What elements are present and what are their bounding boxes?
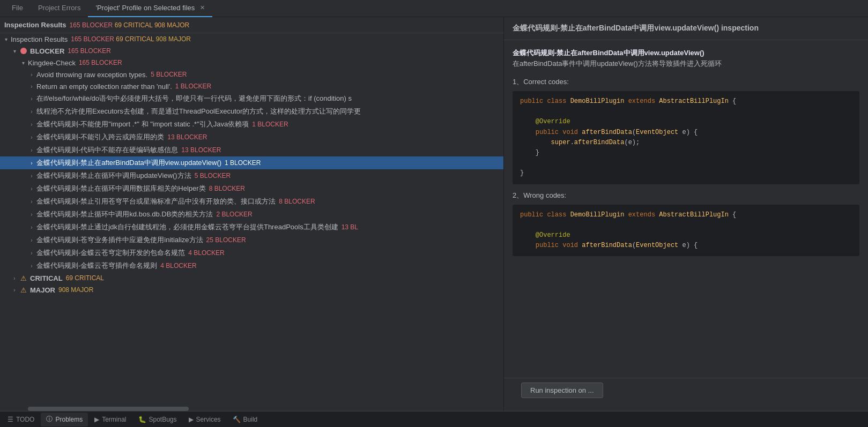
section2-title: 2、Wrong codes: bbox=[513, 191, 859, 200]
item14-count: 25 BLOCKER bbox=[206, 236, 246, 244]
tree-kingdee-check[interactable]: Kingdee-Check 165 BLOCKER bbox=[0, 57, 503, 69]
root-count: 165 BLOCKER 69 CRITICAL 908 MAJOR bbox=[71, 35, 191, 43]
major-icon: ⚠ bbox=[19, 286, 28, 294]
list-item[interactable]: 金蝶代码规则-金蝶云苍穹定制开发的包命名规范 4 BLOCKER bbox=[0, 246, 503, 259]
list-item[interactable]: 金蝶代码规则-禁止引用苍穹平台或星瀚标准产品中没有开放的类、接口或方法 8 BL… bbox=[0, 195, 503, 208]
list-item[interactable]: 金蝶代码规则-苍穹业务插件中应避免使用initialize方法 25 BLOCK… bbox=[0, 234, 503, 246]
arrow-item10 bbox=[28, 185, 35, 192]
list-item[interactable]: 金蝶代码规则-不能引入跨云或跨应用的类 13 BLOCKER bbox=[0, 131, 503, 144]
list-item[interactable]: Avoid throwing raw exception types. 5 BL… bbox=[0, 69, 503, 80]
tree-root[interactable]: Inspection Results 165 BLOCKER 69 CRITIC… bbox=[0, 33, 503, 45]
bottom-tab-problems[interactable]: ⓘ Problems bbox=[41, 413, 88, 426]
major-label: MAJOR bbox=[30, 286, 55, 294]
item11-count: 8 BLOCKER bbox=[279, 198, 315, 205]
description-header: 金蝶代码规则-禁止在afterBindData中调用view.updateVie… bbox=[504, 17, 868, 40]
item1-count: 5 BLOCKER bbox=[151, 71, 187, 78]
item3-label: 在if/else/for/while/do语句中必须使用大括号，即使只有一行代码… bbox=[36, 94, 352, 103]
problems-icon: ⓘ bbox=[46, 415, 53, 424]
spotbugs-label: SpotBugs bbox=[149, 416, 177, 423]
list-item[interactable]: 金蝶代码规则-金蝶云苍穹插件命名规则 4 BLOCKER bbox=[0, 259, 503, 272]
arrow-item11 bbox=[28, 198, 35, 205]
arrow-item1 bbox=[28, 71, 35, 78]
tab-file[interactable]: File bbox=[4, 0, 31, 17]
list-item[interactable]: Return an empty collection rather than '… bbox=[0, 80, 503, 92]
item14-label: 金蝶代码规则-苍穹业务插件中应避免使用initialize方法 bbox=[36, 235, 203, 245]
tree-blocker-group[interactable]: BLOCKER 165 BLOCKER bbox=[0, 45, 503, 57]
item5-count: 1 BLOCKER bbox=[252, 121, 288, 128]
todo-icon: ☰ bbox=[8, 416, 13, 423]
list-item[interactable]: 金蝶代码规则-代码中不能存在硬编码敏感信息 13 BLOCKER bbox=[0, 144, 503, 156]
item1-label: Avoid throwing raw exception types. bbox=[36, 71, 147, 79]
list-item[interactable]: 金蝶代码规则-禁止在循环中调用数据库相关的Helper类 8 BLOCKER bbox=[0, 182, 503, 195]
tab-profile[interactable]: 'Project' Profile on Selected files ✕ bbox=[88, 0, 212, 17]
tree-container[interactable]: Inspection Results 165 BLOCKER 69 CRITIC… bbox=[0, 33, 503, 407]
arrow-item3 bbox=[28, 95, 35, 102]
list-item[interactable]: 金蝶代码规则-禁止循环中调用kd.bos.db.DB类的相关方法 2 BLOCK… bbox=[0, 208, 503, 221]
list-item[interactable]: 金蝶代码规则-禁止通过jdk自行创建线程池，必须使用金蝶云苍穹平台提供Threa… bbox=[0, 221, 503, 234]
arrow-major bbox=[11, 286, 18, 294]
right-panel: 金蝶代码规则-禁止在afterBindData中调用view.updateVie… bbox=[504, 17, 868, 411]
item9-count: 5 BLOCKER bbox=[195, 172, 231, 179]
panel-title: Inspection Results bbox=[4, 21, 66, 29]
list-item[interactable]: 金蝶代码规则-禁止在循环中调用updateView()方法 5 BLOCKER bbox=[0, 169, 503, 182]
item2-label: Return an empty collection rather than '… bbox=[36, 83, 172, 91]
tab-file-label: File bbox=[12, 4, 23, 12]
tab-project-errors[interactable]: Project Errors bbox=[31, 0, 88, 17]
description-body[interactable]: 金蝶代码规则-禁止在afterBindData中调用view.updateVie… bbox=[504, 40, 868, 378]
arrow-item13 bbox=[28, 223, 35, 231]
arrow-item14 bbox=[28, 236, 35, 244]
item4-label: 线程池不允许使用Executors去创建，而是通过ThreadPoolExecu… bbox=[36, 107, 361, 116]
list-item[interactable]: 线程池不允许使用Executors去创建，而是通过ThreadPoolExecu… bbox=[0, 105, 503, 118]
problems-label: Problems bbox=[55, 416, 83, 423]
item6-count: 13 BLOCKER bbox=[167, 133, 207, 141]
tree-major-group[interactable]: ⚠ MAJOR 908 MAJOR bbox=[0, 284, 503, 296]
tab-close-icon[interactable]: ✕ bbox=[200, 4, 205, 11]
arrow-item8 bbox=[28, 159, 35, 167]
arrow-item6 bbox=[28, 133, 35, 141]
run-inspection-button[interactable]: Run inspection on ... bbox=[521, 383, 603, 398]
item13-count: 13 BL bbox=[342, 223, 358, 231]
arrow-item2 bbox=[28, 83, 35, 90]
todo-label: TODO bbox=[16, 416, 34, 423]
bottom-tab-terminal[interactable]: ▶ Terminal bbox=[89, 413, 131, 426]
item16-label: 金蝶代码规则-金蝶云苍穹插件命名规则 bbox=[36, 261, 157, 271]
bottom-tab-services[interactable]: ▶ Services bbox=[183, 413, 226, 426]
tree-critical-group[interactable]: ⚠ CRITICAL 69 CRITICAL bbox=[0, 272, 503, 284]
item2-count: 1 BLOCKER bbox=[175, 83, 211, 90]
arrow-kingdee bbox=[19, 59, 27, 66]
item12-count: 2 BLOCKER bbox=[216, 211, 252, 218]
spotbugs-icon: 🐛 bbox=[138, 416, 146, 423]
scrollbar-thumb[interactable] bbox=[28, 407, 189, 411]
critical-label: CRITICAL bbox=[30, 274, 63, 282]
list-item-selected[interactable]: 金蝶代码规则-禁止在afterBindData中调用view.updateVie… bbox=[0, 156, 503, 169]
bottom-tab-build[interactable]: 🔨 Build bbox=[227, 413, 263, 426]
arrow-blocker bbox=[11, 47, 18, 55]
major-count: 908 MAJOR bbox=[58, 286, 93, 294]
item12-label: 金蝶代码规则-禁止循环中调用kd.bos.db.DB类的相关方法 bbox=[36, 209, 213, 219]
section1-title: 1、Correct codes: bbox=[513, 77, 859, 87]
desc-text-1: 金蝶代码规则-禁止在afterBindData中调用view.updateVie… bbox=[513, 48, 859, 69]
arrow-item9 bbox=[28, 172, 35, 179]
list-item[interactable]: 在if/else/for/while/do语句中必须使用大括号，即使只有一行代码… bbox=[0, 92, 503, 105]
item10-count: 8 BLOCKER bbox=[209, 185, 245, 192]
left-panel: Inspection Results 165 BLOCKER 69 CRITIC… bbox=[0, 17, 504, 411]
item15-label: 金蝶代码规则-金蝶云苍穹定制开发的包命名规范 bbox=[36, 248, 185, 258]
panel-header: Inspection Results 165 BLOCKER 69 CRITIC… bbox=[0, 17, 503, 33]
critical-count: 69 CRITICAL bbox=[66, 274, 104, 282]
list-item[interactable]: 金蝶代码规则-不能使用"import .*" 和 "import static … bbox=[0, 118, 503, 131]
bottom-toolbar: ☰ TODO ⓘ Problems ▶ Terminal 🐛 SpotBugs … bbox=[0, 411, 868, 427]
arrow-item5 bbox=[28, 121, 35, 128]
header-stats: 165 BLOCKER 69 CRITICAL 908 MAJOR bbox=[70, 21, 190, 29]
blocker-label: BLOCKER bbox=[30, 47, 64, 55]
stat-major: 908 MAJOR bbox=[154, 21, 189, 29]
item13-label: 金蝶代码规则-禁止通过jdk自行创建线程池，必须使用金蝶云苍穹平台提供Threa… bbox=[36, 222, 338, 232]
arrow-item7 bbox=[28, 146, 35, 154]
bottom-tab-todo[interactable]: ☰ TODO bbox=[2, 413, 40, 426]
tab-project-errors-label: Project Errors bbox=[38, 4, 80, 12]
main-content: Inspection Results 165 BLOCKER 69 CRITIC… bbox=[0, 17, 868, 411]
correct-code-block: public class DemoBillPlugin extends Abst… bbox=[513, 91, 859, 184]
bottom-tab-spotbugs[interactable]: 🐛 SpotBugs bbox=[133, 413, 182, 426]
tab-profile-label: 'Project' Profile on Selected files bbox=[95, 4, 195, 12]
arrow-root bbox=[2, 35, 10, 43]
horizontal-scrollbar[interactable] bbox=[0, 407, 503, 411]
